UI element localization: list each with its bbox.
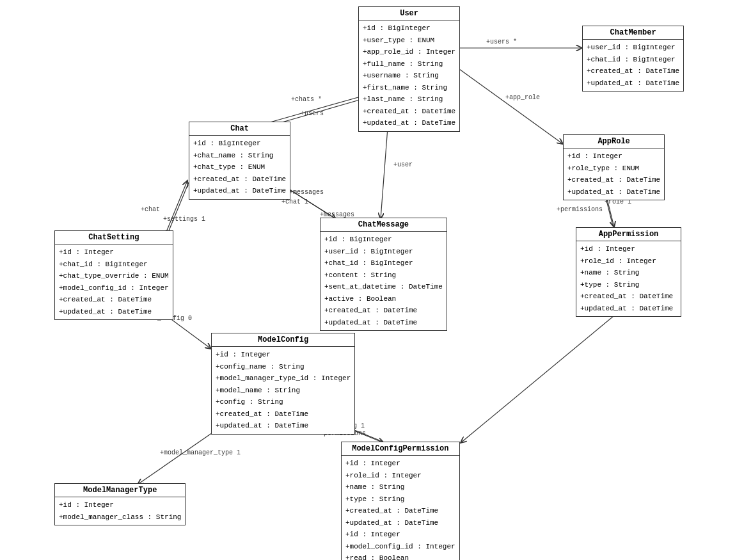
svg-text:+permissions: +permissions	[557, 206, 603, 213]
class-chatsetting-body: +id : Integer +chat_id : BigInteger +cha…	[55, 244, 173, 319]
svg-text:+messages: +messages	[289, 189, 324, 196]
class-approle-body: +id : Integer +role_type : ENUM +created…	[564, 148, 664, 200]
class-user-body: +id : BigInteger +user_type : ENUM +app_…	[359, 20, 459, 131]
class-user: User +id : BigInteger +user_type : ENUM …	[358, 6, 460, 132]
class-chatmessage: ChatMessage +id : BigInteger +user_id : …	[320, 218, 447, 331]
class-apppermission-body: +id : Integer +role_id : Integer +name :…	[576, 241, 681, 316]
class-chat-header: Chat	[189, 122, 290, 136]
class-chatsetting-header: ChatSetting	[55, 231, 173, 244]
class-approle: AppRole +id : Integer +role_type : ENUM …	[563, 134, 665, 200]
svg-text:+user: +user	[393, 161, 413, 168]
svg-text:+chat: +chat	[141, 206, 160, 213]
class-chatmessage-body: +id : BigInteger +user_id : BigInteger +…	[321, 232, 447, 330]
class-modelconfig-body: +id : Integer +config_name : String +mod…	[212, 347, 354, 434]
class-chatmember: ChatMember +user_id : BigInteger +chat_i…	[582, 26, 684, 92]
class-chat: Chat +id : BigInteger +chat_name : Strin…	[189, 122, 290, 200]
svg-line-8	[448, 61, 563, 144]
class-apppermission: AppPermission +id : Integer +role_id : I…	[576, 227, 681, 317]
class-modelmanagertype-header: ModelManagerType	[55, 484, 185, 497]
class-modelconfigpermission-header: ModelConfigPermission	[342, 442, 459, 456]
class-chat-body: +id : BigInteger +chat_name : String +ch…	[189, 136, 290, 199]
class-modelconfig: ModelConfig +id : Integer +config_name :…	[211, 333, 355, 435]
svg-line-12	[165, 180, 187, 235]
class-approle-header: AppRole	[564, 135, 664, 148]
class-chatsetting: ChatSetting +id : Integer +chat_id : Big…	[54, 230, 173, 320]
class-user-header: User	[359, 7, 459, 20]
diagram-container: +users * +users +chats * +user +app_role…	[0, 0, 744, 560]
svg-text:+users *: +users *	[486, 38, 517, 45]
class-apppermission-header: AppPermission	[576, 228, 681, 241]
svg-text:+settings 1: +settings 1	[163, 216, 205, 223]
class-modelmanagertype: ModelManagerType +id : Integer +model_ma…	[54, 483, 186, 525]
class-modelconfigpermission: ModelConfigPermission +id : Integer +rol…	[341, 442, 460, 560]
class-chatmember-header: ChatMember	[583, 26, 683, 40]
class-modelconfig-header: ModelConfig	[212, 333, 354, 347]
svg-text:+users: +users	[301, 110, 324, 117]
class-chatmember-body: +user_id : BigInteger +chat_id : BigInte…	[583, 40, 683, 91]
class-modelconfigpermission-body: +id : Integer +role_id : Integer +name :…	[342, 456, 459, 560]
svg-text:+chat 1: +chat 1	[281, 198, 308, 205]
svg-text:+app_role: +app_role	[505, 94, 540, 101]
svg-line-10	[166, 182, 189, 237]
svg-text:+chats *: +chats *	[291, 96, 322, 103]
class-modelmanagertype-body: +id : Integer +model_manager_class : Str…	[55, 497, 185, 525]
svg-text:+model_manager_type 1: +model_manager_type 1	[160, 449, 241, 456]
class-chatmessage-header: ChatMessage	[321, 218, 447, 232]
